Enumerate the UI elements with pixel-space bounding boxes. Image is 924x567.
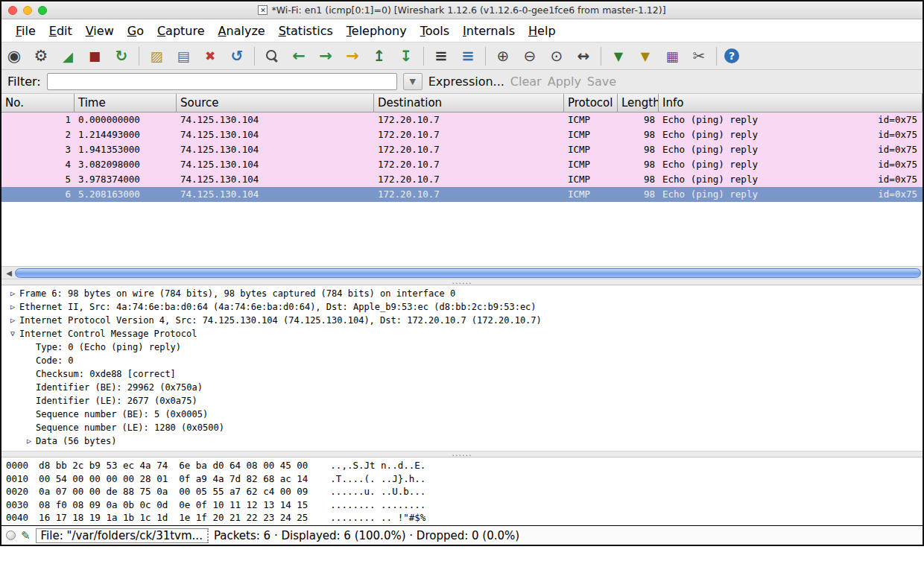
expander-icon (22, 381, 36, 394)
column-header-time[interactable]: Time (75, 94, 177, 112)
hex-line[interactable]: 004016 17 18 19 1a 1b 1c 1d 1e 1f 20 21 … (6, 511, 918, 525)
detail-line[interactable]: Sequence number (LE): 1280 (0x0500) (1, 421, 923, 434)
detail-line[interactable]: Code: 0 (1, 354, 923, 367)
stop-capture-icon[interactable] (85, 46, 104, 66)
detail-line[interactable]: Checksum: 0xde88 [correct] (1, 367, 923, 381)
column-header-destination[interactable]: Destination (374, 94, 564, 112)
cell-source: 74.125.130.104 (177, 142, 374, 157)
capture-filters-icon[interactable] (609, 46, 628, 66)
detail-line[interactable]: ▷Ethernet II, Src: 4a:74:6e:ba:d0:64 (4a… (1, 300, 923, 314)
detail-line[interactable]: Sequence number (BE): 5 (0x0005) (1, 408, 923, 421)
menu-edit[interactable]: Edit (42, 22, 79, 39)
column-header-source[interactable]: Source (177, 94, 374, 112)
menu-capture[interactable]: Capture (151, 22, 212, 39)
hex-line[interactable]: 0000d8 bb 2c b9 53 ec 4a 74 6e ba d0 64 … (6, 459, 918, 472)
go-to-top-icon[interactable] (370, 46, 389, 66)
packet-row[interactable]: 4 3.082098000 74.125.130.104 172.20.10.7… (1, 157, 923, 172)
column-header-length[interactable]: Length (618, 94, 659, 112)
menu-analyze[interactable]: Analyze (212, 22, 272, 39)
status-file-label: File: "/var/folders/ck/31tvm... (36, 528, 209, 543)
expander-icon[interactable]: ▷ (22, 434, 36, 448)
zoom-window-button[interactable] (38, 6, 47, 15)
packet-row-selected[interactable]: 6 5.208163000 74.125.130.104 172.20.10.7… (1, 187, 923, 202)
apply-button[interactable]: Apply (548, 75, 581, 89)
cell-no: 5 (1, 172, 75, 187)
save-file-icon[interactable] (174, 46, 193, 66)
reload-icon[interactable] (227, 46, 247, 66)
filter-input[interactable] (47, 73, 397, 90)
find-packet-icon[interactable] (262, 46, 282, 66)
detail-line[interactable]: Identifier (LE): 2677 (0x0a75) (1, 394, 923, 408)
hex-line[interactable]: 001000 54 00 00 00 00 28 01 0f a9 4a 7d … (6, 472, 918, 486)
hex-line[interactable]: 003008 f0 08 09 0a 0b 0c 0d 0e 0f 10 11 … (6, 498, 918, 512)
detail-line[interactable]: Type: 0 (Echo (ping) reply) (1, 340, 923, 354)
status-bar: File: "/var/folders/ck/31tvm... Packets:… (1, 525, 923, 545)
help-icon[interactable] (724, 48, 739, 63)
scroll-left-button[interactable] (3, 269, 15, 277)
menu-tools[interactable]: Tools (414, 22, 456, 39)
expander-icon[interactable]: ▽ (6, 327, 19, 340)
packet-row[interactable]: 2 1.214493000 74.125.130.104 172.20.10.7… (1, 127, 923, 142)
pane-resize-handle[interactable] (1, 279, 923, 285)
list-interfaces-icon[interactable] (4, 46, 24, 66)
menu-view[interactable]: View (79, 22, 121, 39)
menu-go[interactable]: Go (121, 22, 151, 39)
filter-dropdown-button[interactable] (403, 73, 423, 90)
clear-button[interactable]: Clear (510, 75, 542, 89)
column-header-protocol[interactable]: Protocol (564, 94, 618, 112)
cell-protocol: ICMP (564, 157, 618, 172)
expander-icon[interactable]: ▷ (6, 300, 19, 314)
auto-scroll-icon[interactable] (458, 46, 478, 66)
coloring-rules-icon[interactable] (662, 46, 682, 66)
expander-icon (22, 367, 36, 381)
cell-source: 74.125.130.104 (177, 127, 374, 142)
packet-row[interactable]: 1 0.000000000 74.125.130.104 172.20.10.7… (1, 113, 923, 127)
menu-telephony[interactable]: Telephony (340, 22, 414, 39)
pane-resize-handle[interactable] (1, 451, 923, 457)
cell-destination: 172.20.10.7 (374, 172, 564, 187)
column-header-no[interactable]: No. (1, 94, 75, 112)
start-capture-icon[interactable] (58, 46, 77, 66)
cell-length: 98 (618, 172, 659, 187)
packet-row[interactable]: 5 3.978374000 74.125.130.104 172.20.10.7… (1, 172, 923, 187)
toolbar-separator (601, 47, 601, 66)
go-forward-icon[interactable] (316, 46, 335, 66)
restart-capture-icon[interactable] (112, 46, 131, 66)
zoom-100-icon[interactable] (547, 46, 566, 66)
zoom-out-icon[interactable] (520, 46, 539, 66)
detail-line[interactable]: ▷Internet Protocol Version 4, Src: 74.12… (1, 314, 923, 327)
detail-line[interactable]: ▷Data (56 bytes) (1, 434, 923, 448)
colorize-list-icon[interactable] (431, 46, 451, 66)
display-filters-icon[interactable] (636, 46, 655, 66)
go-to-bottom-icon[interactable] (396, 46, 416, 66)
column-header-info[interactable]: Info (659, 94, 923, 112)
save-button[interactable]: Save (587, 75, 616, 89)
detail-line[interactable]: ▽Internet Control Message Protocol (1, 327, 923, 340)
resize-columns-icon[interactable] (574, 46, 593, 66)
menu-file[interactable]: File (9, 22, 42, 39)
expression-button[interactable]: Expression... (428, 75, 504, 89)
capture-options-icon[interactable] (31, 46, 51, 66)
menu-statistics[interactable]: Statistics (272, 22, 340, 39)
go-back-icon[interactable] (289, 46, 308, 66)
close-file-icon[interactable] (200, 46, 220, 66)
open-file-icon[interactable] (147, 46, 166, 66)
cell-length: 98 (618, 142, 659, 157)
packet-row[interactable]: 3 1.941353000 74.125.130.104 172.20.10.7… (1, 142, 923, 157)
hex-line[interactable]: 00200a 07 00 00 de 88 75 0a 00 05 55 a7 … (6, 485, 918, 498)
close-window-button[interactable] (8, 6, 17, 15)
go-to-packet-icon[interactable] (343, 46, 362, 66)
detail-line[interactable]: Identifier (BE): 29962 (0x750a) (1, 381, 923, 394)
menu-internals[interactable]: Internals (456, 22, 522, 39)
window-proxy-icon (258, 5, 268, 15)
expander-icon[interactable]: ▷ (6, 287, 19, 300)
preferences-icon[interactable] (689, 46, 709, 66)
menu-help[interactable]: Help (522, 22, 562, 39)
zoom-in-icon[interactable] (493, 46, 513, 66)
detail-line[interactable]: ▷Frame 6: 98 bytes on wire (784 bits), 9… (1, 287, 923, 300)
capture-comment-icon[interactable] (21, 529, 31, 542)
expander-icon[interactable]: ▷ (6, 314, 19, 327)
cell-time: 0.000000000 (75, 113, 177, 127)
minimize-window-button[interactable] (23, 6, 32, 15)
expert-info-icon[interactable] (6, 530, 16, 540)
